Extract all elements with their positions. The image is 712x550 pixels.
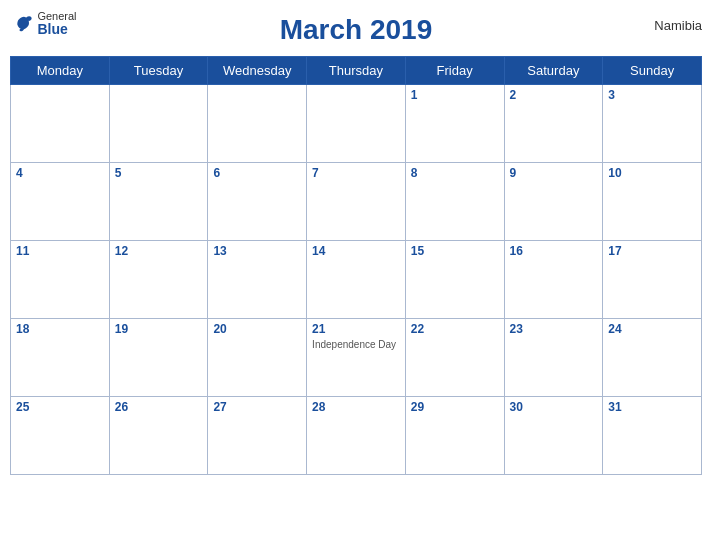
day-number: 7: [312, 166, 400, 180]
logo: General Blue: [10, 10, 80, 37]
month-title: March 2019: [280, 14, 433, 46]
calendar-cell: 30: [504, 397, 603, 475]
day-number: 11: [16, 244, 104, 258]
calendar-week-4: 18192021Independence Day222324: [11, 319, 702, 397]
day-number: 1: [411, 88, 499, 102]
calendar-cell: 28: [307, 397, 406, 475]
day-number: 14: [312, 244, 400, 258]
day-number: 30: [510, 400, 598, 414]
calendar-cell: 23: [504, 319, 603, 397]
day-number: 15: [411, 244, 499, 258]
day-number: 3: [608, 88, 696, 102]
calendar-cell: [307, 85, 406, 163]
day-number: 13: [213, 244, 301, 258]
day-number: 21: [312, 322, 400, 336]
calendar-cell: 25: [11, 397, 110, 475]
calendar-cell: 11: [11, 241, 110, 319]
calendar-cell: 10: [603, 163, 702, 241]
calendar-cell: [109, 85, 208, 163]
day-number: 26: [115, 400, 203, 414]
calendar-cell: 31: [603, 397, 702, 475]
day-number: 2: [510, 88, 598, 102]
calendar-cell: 7: [307, 163, 406, 241]
calendar-cell: 20: [208, 319, 307, 397]
day-number: 29: [411, 400, 499, 414]
day-number: 24: [608, 322, 696, 336]
calendar-week-2: 45678910: [11, 163, 702, 241]
calendar-cell: 9: [504, 163, 603, 241]
weekday-header-sunday: Sunday: [603, 57, 702, 85]
weekday-header-wednesday: Wednesday: [208, 57, 307, 85]
calendar-cell: 12: [109, 241, 208, 319]
calendar-cell: 19: [109, 319, 208, 397]
calendar-cell: 6: [208, 163, 307, 241]
weekday-header-tuesday: Tuesday: [109, 57, 208, 85]
calendar-cell: [208, 85, 307, 163]
day-number: 19: [115, 322, 203, 336]
calendar-cell: 16: [504, 241, 603, 319]
calendar-week-5: 25262728293031: [11, 397, 702, 475]
calendar-cell: 26: [109, 397, 208, 475]
day-number: 5: [115, 166, 203, 180]
day-number: 28: [312, 400, 400, 414]
calendar-table: MondayTuesdayWednesdayThursdayFridaySatu…: [10, 56, 702, 475]
calendar-week-1: 123: [11, 85, 702, 163]
weekday-header-saturday: Saturday: [504, 57, 603, 85]
weekday-header-row: MondayTuesdayWednesdayThursdayFridaySatu…: [11, 57, 702, 85]
calendar-cell: 17: [603, 241, 702, 319]
day-number: 4: [16, 166, 104, 180]
day-number: 8: [411, 166, 499, 180]
day-number: 6: [213, 166, 301, 180]
calendar-cell: 18: [11, 319, 110, 397]
calendar-cell: 27: [208, 397, 307, 475]
day-number: 16: [510, 244, 598, 258]
weekday-header-monday: Monday: [11, 57, 110, 85]
calendar-cell: [11, 85, 110, 163]
calendar-cell: 22: [405, 319, 504, 397]
bird-icon: [13, 13, 35, 35]
calendar-header: General Blue March 2019 Namibia: [10, 10, 702, 50]
logo-blue-text: Blue: [37, 22, 76, 37]
day-number: 9: [510, 166, 598, 180]
day-number: 12: [115, 244, 203, 258]
calendar-cell: 4: [11, 163, 110, 241]
weekday-header-thursday: Thursday: [307, 57, 406, 85]
country-label: Namibia: [654, 18, 702, 33]
calendar-cell: 15: [405, 241, 504, 319]
day-number: 27: [213, 400, 301, 414]
event-label: Independence Day: [312, 338, 400, 351]
day-number: 17: [608, 244, 696, 258]
day-number: 22: [411, 322, 499, 336]
calendar-cell: 24: [603, 319, 702, 397]
calendar-cell: 1: [405, 85, 504, 163]
calendar-cell: 21Independence Day: [307, 319, 406, 397]
calendar-cell: 8: [405, 163, 504, 241]
calendar-cell: 5: [109, 163, 208, 241]
day-number: 18: [16, 322, 104, 336]
day-number: 31: [608, 400, 696, 414]
weekday-header-friday: Friday: [405, 57, 504, 85]
calendar-cell: 14: [307, 241, 406, 319]
day-number: 25: [16, 400, 104, 414]
calendar-cell: 13: [208, 241, 307, 319]
calendar-cell: 29: [405, 397, 504, 475]
calendar-cell: 3: [603, 85, 702, 163]
calendar-cell: 2: [504, 85, 603, 163]
calendar-week-3: 11121314151617: [11, 241, 702, 319]
day-number: 23: [510, 322, 598, 336]
day-number: 10: [608, 166, 696, 180]
day-number: 20: [213, 322, 301, 336]
